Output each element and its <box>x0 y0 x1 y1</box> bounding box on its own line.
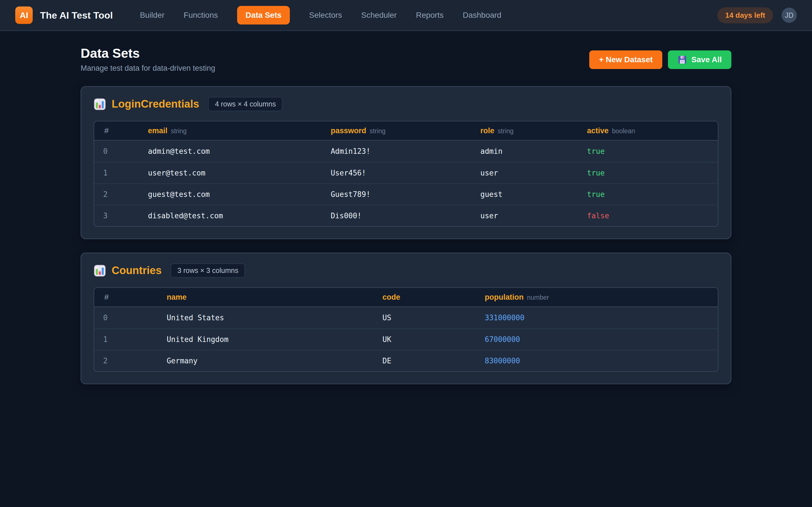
table-cell: United Kingdom <box>156 335 372 344</box>
column-header-email: emailstring <box>138 126 320 135</box>
column-name: code <box>383 293 400 302</box>
nav-item-functions[interactable]: Functions <box>184 11 218 20</box>
column-header-index: # <box>94 126 138 135</box>
table-cell: true <box>577 147 718 156</box>
dataset-card: Countries 3 rows × 3 columns #namecodepo… <box>81 252 731 384</box>
page-header-text: Data Sets Manage test data for data-driv… <box>81 47 215 73</box>
table-cell: admin@test.com <box>138 147 320 156</box>
column-type: string <box>171 127 187 135</box>
table-row: 2GermanyDE83000000 <box>94 350 718 371</box>
app-logo: AI <box>15 6 33 24</box>
table-cell: Admin123! <box>320 147 470 156</box>
table-cell: true <box>577 190 718 199</box>
bar-chart-icon <box>94 98 106 110</box>
column-header-role: rolestring <box>470 126 577 135</box>
page-title: Data Sets <box>81 47 215 60</box>
table-cell: guest <box>470 190 577 199</box>
table-cell: Dis000! <box>320 212 470 220</box>
row-index-cell: 2 <box>94 356 156 365</box>
table-row: 1United KingdomUK67000000 <box>94 328 718 350</box>
column-header-code: code <box>372 293 475 302</box>
table-cell: disabled@test.com <box>138 212 320 220</box>
column-header-index: # <box>94 293 156 302</box>
row-index-cell: 1 <box>94 335 156 344</box>
table-header-row: #namecodepopulationnumber <box>94 288 718 307</box>
column-name: # <box>104 293 109 302</box>
page-header: Data Sets Manage test data for data-driv… <box>81 47 731 73</box>
table-cell: false <box>577 212 718 220</box>
save-all-label: Save All <box>691 55 722 64</box>
row-index-cell: 3 <box>94 212 138 220</box>
column-type: boolean <box>612 127 635 135</box>
new-dataset-label: + New Dataset <box>599 55 653 64</box>
trial-badge: 14 days left <box>717 7 773 23</box>
dataset-table: #namecodepopulationnumber 0United States… <box>94 287 718 372</box>
table-cell: User456! <box>320 169 470 177</box>
column-name: name <box>167 293 187 302</box>
table-cell: UK <box>372 335 475 344</box>
page-subtitle: Manage test data for data-driven testing <box>81 64 215 73</box>
table-cell: Guest789! <box>320 190 470 199</box>
nav-right: 14 days left JD <box>717 7 797 23</box>
table-cell: US <box>372 314 475 322</box>
row-index-cell: 0 <box>94 314 156 322</box>
table-cell: United States <box>156 314 372 322</box>
column-name: active <box>587 126 609 135</box>
table-cell: 83000000 <box>474 356 718 365</box>
table-cell: user <box>470 169 577 177</box>
nav-item-reports[interactable]: Reports <box>416 11 444 20</box>
column-type: string <box>498 127 513 135</box>
page-actions: + New Dataset Save All <box>589 50 731 69</box>
table-row: 3disabled@test.comDis000!userfalse <box>94 205 718 226</box>
column-name: population <box>485 293 523 302</box>
dataset-name: LoginCredentials <box>112 98 199 110</box>
column-type: string <box>370 127 386 135</box>
nav-item-dashboard[interactable]: Dashboard <box>463 11 501 20</box>
table-cell: user@test.com <box>138 169 320 177</box>
dataset-card-header: LoginCredentials 4 rows × 4 columns <box>94 97 718 111</box>
save-all-button[interactable]: Save All <box>668 50 731 69</box>
bar-chart-icon <box>94 265 106 277</box>
table-row: 0admin@test.comAdmin123!admintrue <box>94 140 718 162</box>
column-name: role <box>480 126 495 135</box>
column-header-active: activeboolean <box>577 126 718 135</box>
dataset-card: LoginCredentials 4 rows × 4 columns #ema… <box>81 86 731 239</box>
nav-item-data-sets[interactable]: Data Sets <box>237 6 290 24</box>
nav-item-scheduler[interactable]: Scheduler <box>361 11 397 20</box>
column-name: email <box>148 126 167 135</box>
table-cell: guest@test.com <box>138 190 320 199</box>
table-cell: user <box>470 212 577 220</box>
app-title: The AI Test Tool <box>40 10 113 21</box>
column-header-password: passwordstring <box>320 126 470 135</box>
table-row: 1user@test.comUser456!usertrue <box>94 162 718 183</box>
column-name: # <box>104 126 109 135</box>
table-header-row: #emailstringpasswordstringrolestringacti… <box>94 121 718 140</box>
table-cell: admin <box>470 147 577 156</box>
table-body: 0admin@test.comAdmin123!admintrue1user@t… <box>94 140 718 226</box>
datasets-list: LoginCredentials 4 rows × 4 columns #ema… <box>81 86 731 384</box>
column-header-population: populationnumber <box>474 293 718 302</box>
new-dataset-button[interactable]: + New Dataset <box>589 50 662 69</box>
floppy-disk-icon <box>677 55 687 64</box>
column-type: number <box>527 294 549 301</box>
dataset-meta-badge: 3 rows × 3 columns <box>170 263 245 278</box>
nav-menu: BuilderFunctionsData SetsSelectorsSchedu… <box>140 6 501 24</box>
table-row: 2guest@test.comGuest789!guesttrue <box>94 183 718 205</box>
table-cell: 67000000 <box>474 335 718 344</box>
user-avatar[interactable]: JD <box>781 8 797 23</box>
column-header-name: name <box>156 293 372 302</box>
table-cell: 331000000 <box>474 314 718 322</box>
dataset-name: Countries <box>112 265 161 277</box>
table-body: 0United StatesUS3310000001United Kingdom… <box>94 307 718 371</box>
table-row: 0United StatesUS331000000 <box>94 307 718 328</box>
dataset-card-header: Countries 3 rows × 3 columns <box>94 263 718 278</box>
row-index-cell: 0 <box>94 147 138 156</box>
main-content: Data Sets Manage test data for data-driv… <box>81 31 731 384</box>
row-index-cell: 1 <box>94 169 138 177</box>
table-cell: DE <box>372 356 475 365</box>
nav-item-selectors[interactable]: Selectors <box>309 11 342 20</box>
top-nav: AI The AI Test Tool BuilderFunctionsData… <box>0 0 812 31</box>
nav-item-builder[interactable]: Builder <box>140 11 164 20</box>
column-name: password <box>331 126 366 135</box>
table-cell: true <box>577 169 718 177</box>
